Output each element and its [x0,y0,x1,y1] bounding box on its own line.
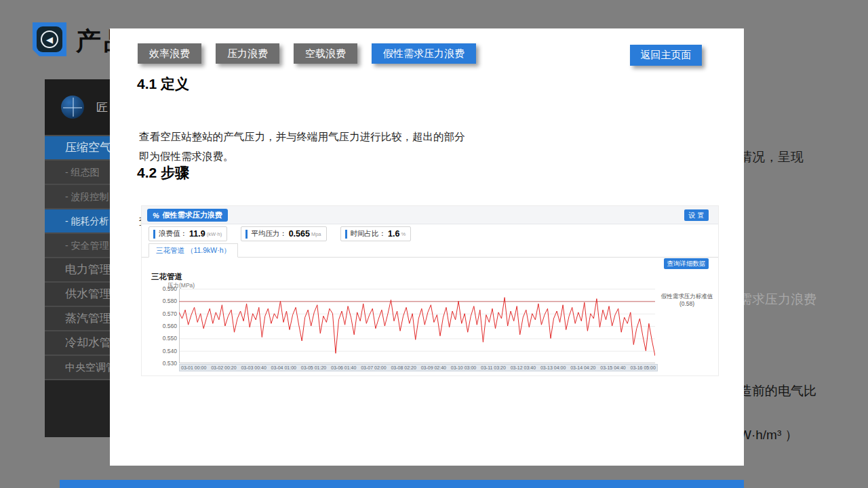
dashboard-title: 假性需求压力浪费 [163,210,222,220]
stats-row: 浪费值：11.9(kW·h)平均压力：0.565Mpa时间占比：1.6% [149,226,411,241]
y-tick-label: 0.550 [157,336,177,342]
section-heading-definition: 4.1 定义 [137,75,189,94]
x-tick-label: 03-13 04:00 [540,365,566,370]
x-tick-label: 03-08 02:20 [391,365,416,370]
x-tick-label: 03-12 03:40 [511,365,536,370]
background-text-fragment: 需求压力浪费 [739,291,816,308]
x-tick-label: 03-09 02:40 [421,365,446,370]
pipe-tab[interactable]: 三花管道 （11.9kW·h） [149,243,238,258]
query-detail-button[interactable]: 查询详细数据 [664,258,709,269]
chart-title: 三花管道 [151,272,182,282]
threshold-value: (0.58) [657,300,717,308]
waste-tab[interactable]: 效率浪费 [138,43,201,64]
background-text-fragment: W·h/m³ ） [739,426,798,444]
waste-tab[interactable]: 压力浪费 [216,43,279,64]
pipe-tab-strip: 三花管道 （11.9kW·h） [142,243,718,258]
threshold-annotation: 假性需求压力标准值 [657,293,717,300]
y-tick-label: 0.530 [157,361,177,367]
waste-tab[interactable]: 空载浪费 [294,43,357,64]
pressure-chart [179,289,655,363]
bottom-bar-fragment [60,480,744,488]
background-text-fragment: 造前的电气比 [739,382,816,400]
stat-box: 时间占比：1.6% [340,226,412,241]
back-logo-icon: ◀ [37,26,62,52]
definition-text-line: 查看空压站整站的产气压力，并与终端用气压力进行比较，超出的部分 [139,130,465,144]
y-tick-label: 0.590 [157,286,177,292]
settings-button[interactable]: 设 置 [684,209,709,221]
waste-tab[interactable]: 假性需求压力浪费 [372,43,476,64]
x-tick-label: 03-11 03:20 [481,365,506,370]
y-tick-label: 0.540 [157,348,177,354]
x-tick-label: 03-03 00:40 [241,365,266,370]
dashboard-screenshot: % 假性需求压力浪费 设 置 浪费值：11.9(kW·h)平均压力：0.565M… [141,205,719,376]
stat-box: 浪费值：11.9(kW·h) [149,226,227,241]
x-tick-label: 03-15 04:40 [600,365,625,370]
y-tick-label: 0.570 [157,311,177,317]
y-tick-label: 0.580 [157,298,177,304]
dashboard-title-badge: % 假性需求压力浪费 [147,209,228,222]
dashboard-header: % 假性需求压力浪费 设 置 [142,206,718,224]
stat-box: 平均压力：0.565Mpa [241,226,326,241]
percent-icon: % [153,211,159,220]
x-tick-label: 03-06 01:40 [331,365,356,370]
x-tick-label: 03-01 00:00 [181,365,206,370]
x-tick-label: 03-14 04:20 [570,365,595,370]
x-tick-label: 03-10 03:00 [451,365,476,370]
section-heading-steps: 4.2 步骤 [137,163,189,182]
y-tick-label: 0.560 [157,323,177,329]
overlay-panel: 效率浪费压力浪费空载浪费假性需求压力浪费 返回主页面 4.1 定义 查看空压站整… [110,28,744,466]
definition-text-line: 即为假性需求浪费。 [139,150,234,164]
back-to-main-button[interactable]: 返回主页面 [630,45,702,66]
chart-area: 三花管道 压力(MPa) 0.5900.5800.5700.5600.5500.… [142,270,719,377]
x-tick-label: 03-02 00:20 [211,365,236,370]
x-tick-label: 03-07 02:00 [361,365,386,370]
tab-bar: 效率浪费压力浪费空载浪费假性需求压力浪费 [138,43,476,64]
x-tick-label: 03-16 05:00 [631,365,656,370]
app-logo: ◀ [33,22,66,56]
background-text-fragment: 情况，呈现 [739,148,804,166]
x-tick-label: 03-04 01:00 [271,365,296,370]
x-axis-band[interactable]: 03-01 00:0003-02 00:2003-03 00:4003-04 0… [179,364,658,371]
brand-globe-icon [61,96,84,119]
brand-text: 匠 [96,100,108,115]
x-tick-label: 03-05 01:20 [301,365,326,370]
